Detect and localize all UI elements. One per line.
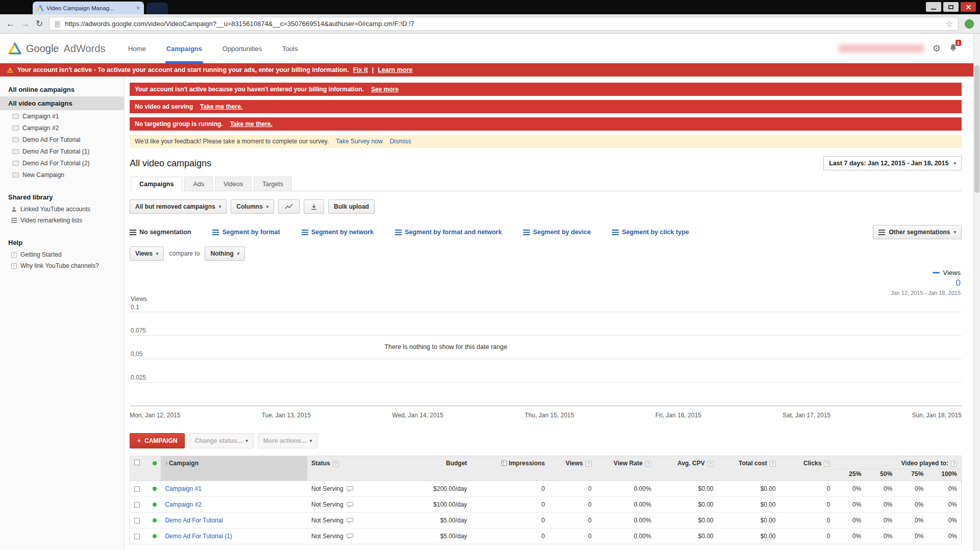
learn-more-link[interactable]: Learn more [378,66,412,73]
download-button[interactable] [304,199,324,214]
nav-home[interactable]: Home [127,34,147,63]
tab-close-icon[interactable]: × [136,5,140,12]
chart-line-icon [285,204,293,210]
bulk-upload-button[interactable]: Bulk upload [328,199,375,214]
row-checkbox[interactable] [134,486,140,492]
segment-by-format[interactable]: Segment by format [212,229,280,236]
segment-by-network[interactable]: Segment by network [302,229,374,236]
column-header-campaign[interactable]: ↑Campaign [161,456,307,481]
sidebar-video-remarketing-lists[interactable]: Video remarketing lists [0,215,124,226]
sidebar-all-online-campaigns[interactable]: All online campaigns [0,83,124,96]
sidebar-campaign-item[interactable]: New Campaign [0,169,124,181]
segment-none[interactable]: No segmentation [130,229,191,236]
help-badge[interactable]: ? [585,461,592,467]
column-header-total-cost[interactable]: Total cost? [718,456,780,481]
extension-icon[interactable] [965,19,974,29]
sidebar-all-video-campaigns[interactable]: All video campaigns [0,96,124,110]
column-header-budget[interactable]: Budget [389,456,472,481]
new-campaign-button[interactable]: + CAMPAIGN [130,433,185,448]
back-icon[interactable]: ← [6,19,15,28]
see-more-link[interactable]: See more [371,86,399,93]
sidebar-linked-youtube-accounts[interactable]: Linked YouTube accounts [0,204,124,215]
budget-cell[interactable]: $5.00/day [389,529,472,544]
budget-cell[interactable]: $200.00/day [389,481,472,497]
nav-opportunities[interactable]: Opportunities [222,34,263,63]
row-checkbox[interactable] [134,502,140,508]
select-all-checkbox[interactable] [134,460,140,465]
other-segmentations-dropdown[interactable]: Other segmentations ▾ [873,225,962,239]
campaign-name-link[interactable]: Campaign #2 [165,501,201,508]
help-badge[interactable]: ? [707,461,714,467]
window-minimize-button[interactable] [926,2,941,12]
compare-metric-dropdown[interactable]: Nothing ▾ [205,246,245,261]
address-bar[interactable]: https://adwords.google.com/video/VideoCa… [49,17,959,31]
comment-bubble-icon[interactable] [347,502,353,508]
scrollbar-thumb[interactable] [974,65,979,193]
fix-it-link[interactable]: Fix it [353,66,368,73]
budget-cell[interactable]: $100.00/day [389,497,472,513]
sidebar-why-link-youtube[interactable]: ? Why link YouTube channels? [0,260,124,271]
sidebar-campaign-item[interactable]: Campaign #2 [0,122,124,134]
column-header-status[interactable]: Status? [307,456,389,481]
campaign-name-link[interactable]: Demo Ad For Tutorial (1) [165,533,232,540]
column-header-view-rate[interactable]: View Rate? [596,456,655,481]
tab-campaigns[interactable]: Campaigns [131,177,182,191]
sidebar-campaign-item[interactable]: Demo Ad For Tutorial (2) [0,157,124,169]
column-header-clicks[interactable]: Clicks? [780,456,835,481]
forward-icon[interactable]: → [21,19,30,28]
help-badge[interactable]: ? [951,461,957,467]
campaign-name-link[interactable]: Campaign #1 [165,485,201,492]
segment-by-format-and-network[interactable]: Segment by format and network [395,229,502,236]
take-me-there-link[interactable]: Take me there. [230,120,273,128]
help-badge[interactable]: ? [770,461,776,467]
column-header-video-played[interactable]: Video played to:? [834,456,961,469]
budget-cell[interactable]: $5.00/day [389,513,472,529]
tab-targets[interactable]: Targets [254,177,292,191]
help-badge[interactable]: ? [333,461,339,467]
grid-icon [501,460,507,466]
sidebar-getting-started[interactable]: ? Getting Started [0,249,124,260]
help-badge[interactable]: ? [824,461,830,467]
page-scrollbar[interactable] [973,34,980,551]
column-header-avg-cpv[interactable]: Avg. CPV? [655,456,718,481]
segment-by-click-type[interactable]: Segment by click type [612,229,689,236]
adwords-logo[interactable]: Google AdWords [8,34,118,63]
window-maximize-button[interactable] [943,2,959,12]
gear-icon[interactable]: ⚙ [933,43,941,54]
browser-tab-inactive[interactable] [146,3,168,14]
nav-tools[interactable]: Tools [281,34,299,63]
take-me-there-link[interactable]: Take me there. [200,103,242,110]
segment-icon [130,230,136,235]
row-checkbox[interactable] [134,518,140,523]
bookmark-star-icon[interactable]: ☆ [946,19,953,29]
sidebar-campaign-item[interactable]: Demo Ad For Tutorial (1) [0,145,124,157]
window-close-button[interactable] [961,2,976,12]
take-survey-link[interactable]: Take Survey now [336,138,382,145]
campaign-filter-dropdown[interactable]: All but removed campaigns ▾ [130,199,227,214]
tab-ads[interactable]: Ads [184,177,213,191]
segment-by-device[interactable]: Segment by device [523,229,591,236]
more-actions-dropdown[interactable]: More actions... ▾ [258,433,318,448]
chart-toggle-button[interactable] [278,199,300,214]
column-header-views[interactable]: Views? [549,456,596,481]
nav-campaigns[interactable]: Campaigns [165,34,203,63]
date-range-selector[interactable]: Last 7 days: Jan 12, 2015 - Jan 18, 2015… [823,156,962,170]
comment-bubble-icon[interactable] [347,534,353,539]
comment-bubble-icon[interactable] [347,518,353,523]
notifications-button[interactable]: 1 [949,43,958,54]
refresh-icon[interactable]: ↻ [36,19,43,28]
columns-dropdown[interactable]: Columns ▾ [231,199,274,214]
help-badge[interactable]: ? [645,461,651,467]
tab-videos[interactable]: Videos [215,177,252,191]
column-header-impressions[interactable]: Impressions [471,456,549,481]
row-checkbox[interactable] [134,534,140,539]
change-status-dropdown[interactable]: Change status... ▾ [189,433,253,448]
campaign-name-link[interactable]: Demo Ad For Tutorial [165,517,223,524]
browser-tab-active[interactable]: Video Campaign Manag... × [33,2,144,14]
metric-selector-dropdown[interactable]: Views ▾ [130,246,164,261]
comment-bubble-icon[interactable] [347,486,353,492]
dismiss-link[interactable]: Dismiss [389,138,411,145]
subheader-100: 100% [927,469,961,481]
sidebar-campaign-item[interactable]: Demo Ad For Tutorial [0,134,124,145]
sidebar-campaign-item[interactable]: Campaign #1 [0,110,124,122]
